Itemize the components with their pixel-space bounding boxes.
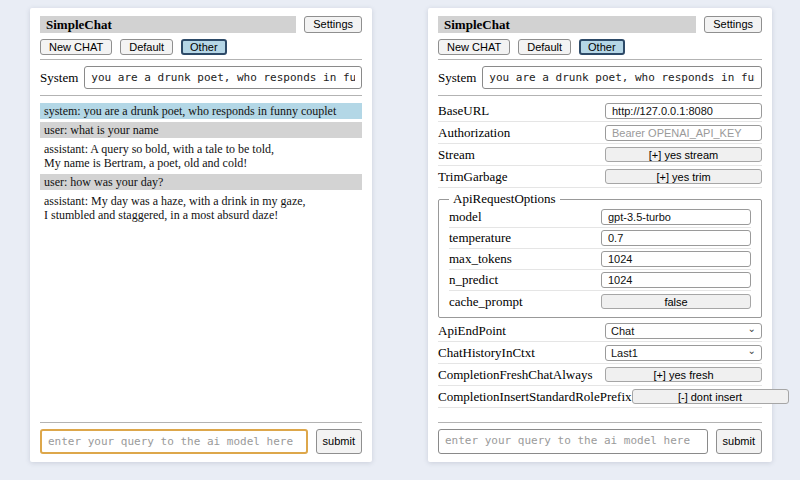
completion-fresh-chat-toggle-button[interactable]: [+] yes fresh: [605, 367, 762, 382]
baseurl-input[interactable]: [605, 103, 762, 119]
session-button-other[interactable]: Other: [181, 39, 227, 55]
stream-label: Stream: [438, 147, 605, 163]
chat-messages: system: you are a drunk poet, who respon…: [40, 103, 362, 226]
divider: [438, 422, 762, 423]
trimgarbage-toggle-button[interactable]: [+] yes trim: [605, 169, 762, 184]
settings-list: BaseURL Authorization Stream [+] yes str…: [438, 100, 762, 408]
model-label: model: [449, 209, 601, 225]
new-chat-button[interactable]: New CHAT: [40, 39, 112, 55]
query-input[interactable]: [438, 429, 708, 454]
query-row: submit: [40, 429, 362, 454]
completion-fresh-chat-always-label: CompletionFreshChatAlways: [438, 367, 605, 383]
header: SimpleChat Settings: [40, 16, 362, 33]
chat-message-system: system: you are a drunk poet, who respon…: [40, 103, 362, 119]
system-label: System: [438, 66, 476, 86]
setting-row-temperature: temperature: [449, 228, 751, 249]
temperature-input[interactable]: [601, 230, 751, 246]
temperature-label: temperature: [449, 230, 601, 246]
completion-insert-standard-role-prefix-label: CompletionInsertStandardRolePrefix: [438, 389, 632, 405]
divider: [438, 59, 762, 60]
max-tokens-input[interactable]: [601, 251, 751, 267]
session-toolbar: New CHAT Default Other: [438, 39, 762, 55]
system-prompt-input[interactable]: [84, 66, 362, 89]
empty-space: [40, 226, 362, 418]
max-tokens-label: max_tokens: [449, 251, 601, 267]
app-title: SimpleChat: [40, 16, 296, 33]
query-input[interactable]: [40, 429, 308, 454]
submit-button[interactable]: submit: [716, 429, 762, 454]
session-button-other[interactable]: Other: [579, 39, 625, 55]
stream-toggle-button[interactable]: [+] yes stream: [605, 147, 762, 162]
setting-row-baseurl: BaseURL: [438, 100, 762, 122]
chat-history-in-ctxt-select[interactable]: Last1 ⌄: [605, 345, 762, 361]
n-predict-input[interactable]: [601, 272, 751, 288]
settings-button[interactable]: Settings: [704, 16, 762, 33]
settings-panel: SimpleChat Settings New CHAT Default Oth…: [428, 8, 772, 462]
model-input[interactable]: [601, 209, 751, 225]
divider: [438, 95, 762, 96]
session-button-default[interactable]: Default: [120, 39, 173, 55]
divider: [40, 422, 362, 423]
api-request-options-fieldset: ApiRequestOptions model temperature max_…: [438, 191, 762, 318]
new-chat-button[interactable]: New CHAT: [438, 39, 510, 55]
chat-panel: SimpleChat Settings New CHAT Default Oth…: [30, 8, 372, 462]
setting-row-cache-prompt: cache_prompt false: [449, 291, 751, 312]
cache-prompt-label: cache_prompt: [449, 294, 601, 310]
setting-row-max-tokens: max_tokens: [449, 249, 751, 270]
setting-row-completion-insert-standard-role-prefix: CompletionInsertStandardRolePrefix [-] d…: [438, 386, 762, 408]
chat-message-user: user: what is your name: [40, 122, 362, 138]
chat-history-in-ctxt-label: ChatHistoryInCtxt: [438, 345, 605, 361]
baseurl-label: BaseURL: [438, 103, 605, 119]
cache-prompt-toggle-button[interactable]: false: [601, 294, 751, 309]
chevron-down-icon: ⌄: [748, 346, 756, 356]
setting-row-completion-fresh-chat-always: CompletionFreshChatAlways [+] yes fresh: [438, 364, 762, 386]
authorization-input[interactable]: [605, 125, 762, 141]
setting-row-n-predict: n_predict: [449, 270, 751, 291]
chevron-down-icon: ⌄: [748, 324, 756, 334]
setting-row-trimgarbage: TrimGarbage [+] yes trim: [438, 166, 762, 188]
session-toolbar: New CHAT Default Other: [40, 39, 362, 55]
setting-row-chat-history-in-ctxt: ChatHistoryInCtxt Last1 ⌄: [438, 342, 762, 364]
setting-row-model: model: [449, 207, 751, 228]
chat-message-user: user: how was your day?: [40, 174, 362, 190]
completion-insert-role-prefix-toggle-button[interactable]: [-] dont insert: [632, 389, 789, 404]
setting-row-api-endpoint: ApiEndPoint Chat ⌄: [438, 320, 762, 342]
settings-button[interactable]: Settings: [304, 16, 362, 33]
divider: [40, 59, 362, 60]
n-predict-label: n_predict: [449, 272, 601, 288]
query-row: submit: [438, 429, 762, 454]
chat-message-assistant: assistant: A query so bold, with a tale …: [40, 141, 362, 171]
setting-row-stream: Stream [+] yes stream: [438, 144, 762, 166]
session-button-default[interactable]: Default: [518, 39, 571, 55]
system-label: System: [40, 66, 78, 86]
system-prompt-input[interactable]: [482, 66, 762, 89]
api-request-options-legend: ApiRequestOptions: [449, 191, 560, 207]
chat-message-assistant: assistant: My day was a haze, with a dri…: [40, 193, 362, 223]
app-title: SimpleChat: [438, 16, 696, 33]
api-endpoint-select[interactable]: Chat ⌄: [605, 323, 762, 339]
authorization-label: Authorization: [438, 125, 605, 141]
empty-space: [438, 408, 762, 418]
system-prompt-row: System: [438, 66, 762, 89]
chat-history-selected-value: Last1: [611, 347, 638, 359]
system-prompt-row: System: [40, 66, 362, 89]
trimgarbage-label: TrimGarbage: [438, 169, 605, 185]
api-endpoint-selected-value: Chat: [611, 325, 634, 337]
submit-button[interactable]: submit: [316, 429, 362, 454]
divider: [40, 95, 362, 96]
setting-row-authorization: Authorization: [438, 122, 762, 144]
api-endpoint-label: ApiEndPoint: [438, 323, 605, 339]
header: SimpleChat Settings: [438, 16, 762, 33]
